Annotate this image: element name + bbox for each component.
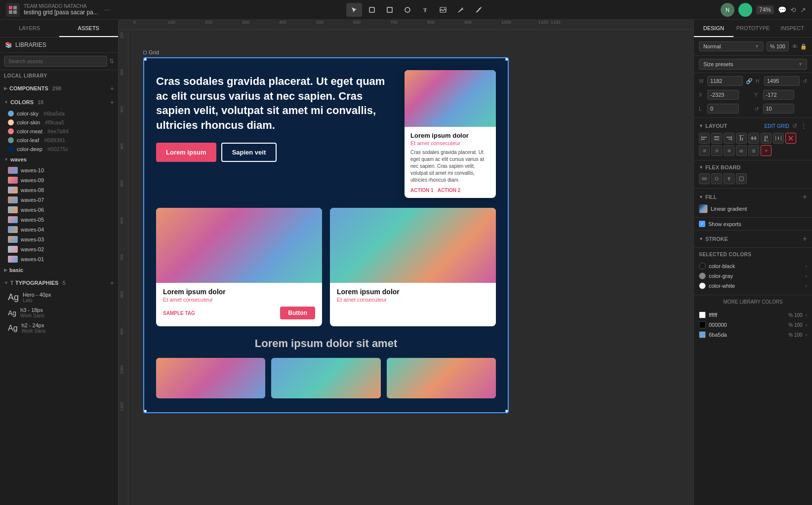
align-middle-h-icon[interactable] [748,133,759,144]
typo-item-hero[interactable]: Ag Hero - 40px Lato [0,290,118,305]
typographies-section-header[interactable]: ▼ T TYPOGRAPHIES 5 + [0,276,118,290]
selected-color-arrow-gray[interactable]: › [806,273,807,279]
stroke-add-icon[interactable]: + [803,234,807,243]
tab-design[interactable]: DESIGN [694,20,733,37]
history-icon[interactable]: ⟲ [790,6,796,14]
y-input[interactable]: -172 [763,90,795,100]
wave-item-06[interactable]: waves-06 [0,205,118,215]
handle-bl[interactable] [143,410,147,413]
waves-section-header[interactable]: ▼ waves [0,154,118,165]
flex-icon-3[interactable] [724,173,734,184]
basic-section-header[interactable]: ▶ basic [0,264,118,276]
selected-color-black[interactable]: color-black › [699,261,807,271]
typo-item-h2[interactable]: Ag h2 - 24px Work Sans [0,320,118,336]
flex-icon-4[interactable] [736,173,747,184]
align-center-v-icon[interactable] [711,133,722,144]
edit-grid-btn[interactable]: EDIT GRID [765,123,789,129]
color-item-skin[interactable]: color-skin #f9caa5 [0,118,118,127]
handle-tr[interactable] [505,57,509,61]
color-item-meat[interactable]: color-meat #ee7b84 [0,127,118,136]
align-right-icon[interactable] [724,133,734,144]
w-input[interactable]: 1182 [707,76,743,86]
eye-toggle[interactable]: 👁 [792,43,798,50]
layout-more-icon[interactable]: ⋮ [800,122,807,130]
lib-color-arrow-ffffff[interactable]: › [806,312,807,318]
components-section-header[interactable]: ▶ COMPONENTS 298 + [0,81,118,95]
wave-item-10[interactable]: waves-10 [0,165,118,175]
reset-size-icon[interactable]: ↺ [803,78,807,84]
handle-tl[interactable] [143,57,147,61]
selected-color-white[interactable]: color-white › [699,281,807,291]
lock-toggle[interactable]: 🔒 [800,43,807,50]
lib-color-ffffff[interactable]: ffffff % 100 › [699,310,807,320]
blend-mode-selector[interactable]: Normal ▼ [699,41,764,51]
file-more-icon[interactable]: ⋯ [102,4,112,15]
wave-item-09[interactable]: waves-09 [0,175,118,185]
btn-outline[interactable]: Sapien veit [221,143,277,162]
btn-primary[interactable]: Lorem ipsum [156,143,216,162]
flex-icon-1[interactable] [699,173,710,184]
colors-section-header[interactable]: ▼ COLORS 18 + [0,95,118,109]
rect-tool[interactable] [382,3,398,17]
color-item-deep[interactable]: color-deep #00275c [0,145,118,154]
grid-layout-icon-3[interactable]: ⊠ [724,145,734,156]
delete-layout-icon[interactable] [785,133,796,144]
lib-color-arrow-000000[interactable]: › [806,322,807,328]
comment-icon[interactable]: 💬 [778,6,786,14]
lib-color-6ba5da[interactable]: 6ba5da % 100 › [699,330,807,340]
fill-color-preview[interactable] [699,204,708,213]
tab-layers[interactable]: LAYERS [0,20,59,37]
search-input[interactable] [4,56,107,67]
typographies-add-icon[interactable]: + [110,279,114,287]
show-exports-checkbox[interactable]: ✓ [699,221,705,227]
layout-refresh-icon[interactable]: ↺ [792,122,797,129]
align-bottom-icon[interactable] [761,133,771,144]
wave-item-07[interactable]: waves-07 [0,195,118,205]
libraries-button[interactable]: 📚 LIBRARIES [0,38,118,53]
bottom-card-1-btn[interactable]: Button [280,307,315,319]
size-presets-btn[interactable]: Size presets ▼ [699,59,807,70]
fill-add-icon[interactable]: + [803,193,807,201]
grid-frame[interactable]: Cras sodales gravida placerat. Ut eget q… [143,57,509,413]
card-action2[interactable]: ACTION 2 [438,188,461,193]
opacity-input[interactable]: % 100 [767,41,789,51]
constrain-icon[interactable]: 🔗 [746,78,753,84]
l-input[interactable]: 0 [707,104,739,114]
pen-tool[interactable] [453,3,469,17]
tab-prototype[interactable]: PROTOTYPE [733,20,773,37]
color-item-leaf[interactable]: color-leaf #689391 [0,136,118,145]
frame-tool[interactable] [364,3,380,17]
sort-icon[interactable]: ⇅ [109,58,114,65]
flex-icon-2[interactable] [711,173,722,184]
wave-item-08[interactable]: waves-08 [0,185,118,195]
wave-item-03[interactable]: waves-03 [0,234,118,244]
wave-item-04[interactable]: waves-04 [0,225,118,234]
components-add-icon[interactable]: + [110,84,114,92]
tab-inspect[interactable]: INSPECT [772,20,812,37]
ellipse-tool[interactable] [400,3,415,17]
color-item-sky[interactable]: color-sky #6ba5da [0,109,118,118]
grid-layout-icon-2[interactable]: ⊟ [711,145,722,156]
x-input[interactable]: -2323 [707,90,739,100]
align-left-icon[interactable] [699,133,710,144]
lib-color-arrow-6ba5da[interactable]: › [806,332,807,338]
zoom-level[interactable]: 74% [756,5,774,14]
tab-assets[interactable]: ASSETS [59,20,119,37]
distribute-h-icon[interactable] [773,133,784,144]
select-tool[interactable] [346,3,362,17]
selected-color-gray[interactable]: color-gray › [699,271,807,281]
canvas-scroll[interactable]: Grid Cras sodales gravida placerat. Ut e… [128,30,693,505]
h-input[interactable]: 1495 [764,76,800,86]
share-icon[interactable]: ↗ [800,6,806,14]
r-input[interactable]: 10 [763,104,795,114]
image-tool[interactable] [435,3,451,17]
grid-layout-icon-4[interactable]: ▤ [736,145,747,156]
grid-layout-icon-1[interactable]: ⊞ [699,145,710,156]
selected-color-arrow-white[interactable]: › [806,283,807,289]
grid-layout-icon-5[interactable]: ▥ [748,145,759,156]
wave-item-05[interactable]: waves-05 [0,215,118,225]
text-tool[interactable]: T [417,3,433,17]
pencil-tool[interactable] [471,3,487,17]
selected-color-arrow-black[interactable]: › [806,264,807,269]
lib-color-000000[interactable]: 000000 % 100 › [699,320,807,330]
